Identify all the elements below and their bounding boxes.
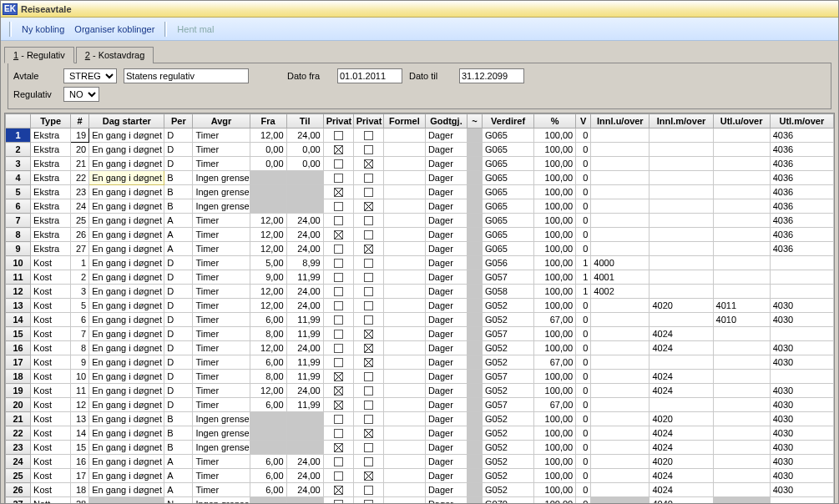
cell-innl-m[interactable] xyxy=(649,242,713,256)
cell-hash[interactable]: 8 xyxy=(71,341,89,355)
cell-fra[interactable]: 6,00 xyxy=(250,469,286,483)
cell-verdiref[interactable]: G065 xyxy=(483,129,534,143)
cell-per[interactable]: B xyxy=(164,199,193,214)
cell-godtgj[interactable]: Dager xyxy=(425,242,467,256)
cell-verdiref[interactable]: G057 xyxy=(483,370,534,384)
cell-v[interactable]: 0 xyxy=(576,171,591,185)
cell-dag-starter[interactable]: En gang i døgnet xyxy=(89,483,164,497)
menu-hent-mal[interactable]: Hent mal xyxy=(174,23,217,36)
cell-hash[interactable]: 3 xyxy=(71,285,89,299)
cell-utl-u[interactable]: 4010 xyxy=(713,313,770,327)
cell-utl-m[interactable]: 4036 xyxy=(770,171,833,185)
cell-hash[interactable]: 23 xyxy=(71,185,89,199)
cell-type[interactable]: Ekstra xyxy=(31,185,71,199)
cell-formel[interactable] xyxy=(383,270,425,285)
cell-utl-m[interactable] xyxy=(770,270,833,285)
col-dag[interactable]: Dag starter xyxy=(89,114,164,129)
cell-til[interactable] xyxy=(286,185,323,199)
cell-til[interactable] xyxy=(286,426,323,441)
select-avtale[interactable]: STREG xyxy=(63,68,117,83)
cell-type[interactable]: Kost xyxy=(31,370,71,384)
cell-fra[interactable]: 6,00 xyxy=(250,455,286,469)
checkbox[interactable] xyxy=(334,486,343,495)
cell-hash[interactable]: 25 xyxy=(71,214,89,228)
cell-utl-u[interactable] xyxy=(713,455,770,469)
cell-utl-m[interactable] xyxy=(770,327,833,341)
cell-til[interactable]: 24,00 xyxy=(286,384,323,398)
row-number[interactable]: 13 xyxy=(6,299,31,313)
cell-innl-m[interactable]: 4024 xyxy=(649,341,713,355)
cell-avgr[interactable]: Timer xyxy=(193,370,250,384)
checkbox[interactable] xyxy=(334,188,343,197)
cell-verdiref[interactable]: G065 xyxy=(483,242,534,256)
row-number[interactable]: 7 xyxy=(6,214,31,228)
cell-til[interactable] xyxy=(286,171,323,185)
cell-tilde[interactable] xyxy=(468,370,483,384)
cell-verdiref[interactable]: G065 xyxy=(483,199,534,214)
cell-til[interactable]: 11,99 xyxy=(286,398,323,412)
cell-formel[interactable] xyxy=(383,384,425,398)
cell-utl-m[interactable]: 4030 xyxy=(770,426,833,441)
cell-pct[interactable]: 67,00 xyxy=(534,313,576,327)
cell-dag-starter[interactable]: En gang i døgnet xyxy=(89,214,164,228)
cell-dag-starter[interactable]: En gang i døgnet xyxy=(89,228,164,242)
row-number[interactable]: 14 xyxy=(6,313,31,327)
cell-pct[interactable]: 100,00 xyxy=(534,327,576,341)
cell-verdiref[interactable]: G065 xyxy=(483,171,534,185)
cell-type[interactable]: Kost xyxy=(31,483,71,497)
cell-utl-u[interactable] xyxy=(713,398,770,412)
cell-innl-u[interactable] xyxy=(591,214,649,228)
cell-v[interactable]: 0 xyxy=(576,355,591,370)
cell-innl-u[interactable] xyxy=(591,327,649,341)
cell-formel[interactable] xyxy=(383,256,425,270)
cell-pct[interactable]: 100,00 xyxy=(534,426,576,441)
cell-tilde[interactable] xyxy=(468,384,483,398)
cell-utl-m[interactable]: 4036 xyxy=(770,157,833,171)
cell-avgr[interactable]: Timer xyxy=(193,129,250,143)
cell-fra[interactable] xyxy=(250,497,286,505)
row-number[interactable]: 6 xyxy=(6,199,31,214)
cell-hash[interactable]: 7 xyxy=(71,327,89,341)
checkbox[interactable] xyxy=(364,159,373,169)
cell-per[interactable]: B xyxy=(164,171,193,185)
cell-avgr[interactable]: Timer xyxy=(193,483,250,497)
cell-per[interactable]: B xyxy=(164,441,193,455)
cell-til[interactable]: 24,00 xyxy=(286,483,323,497)
cell-v[interactable]: 0 xyxy=(576,214,591,228)
cell-tilde[interactable] xyxy=(468,242,483,256)
row-number[interactable]: 2 xyxy=(6,143,31,157)
grid-row[interactable]: 27Natt28NIngen grenseDagerG070100,000404… xyxy=(6,497,834,505)
cell-dag-starter[interactable]: En gang i døgnet xyxy=(89,299,164,313)
cell-verdiref[interactable]: G057 xyxy=(483,398,534,412)
cell-innl-u[interactable] xyxy=(591,242,649,256)
cell-utl-m[interactable]: 4030 xyxy=(770,355,833,370)
cell-per[interactable]: D xyxy=(164,299,193,313)
cell-innl-m[interactable] xyxy=(649,313,713,327)
cell-avgr[interactable]: Timer xyxy=(193,214,250,228)
cell-formel[interactable] xyxy=(383,285,425,299)
cell-formel[interactable] xyxy=(383,441,425,455)
cell-fra[interactable]: 12,00 xyxy=(250,228,286,242)
cell-pct[interactable]: 100,00 xyxy=(534,370,576,384)
cell-utl-m[interactable]: 4036 xyxy=(770,185,833,199)
input-datotil[interactable] xyxy=(459,68,524,83)
cell-innl-u[interactable] xyxy=(591,129,649,143)
row-number[interactable]: 19 xyxy=(6,384,31,398)
cell-til[interactable] xyxy=(286,412,323,426)
cell-per[interactable]: A xyxy=(164,242,193,256)
cell-godtgj[interactable]: Dager xyxy=(425,341,467,355)
cell-utl-m[interactable]: 4030 xyxy=(770,299,833,313)
grid-row[interactable]: 26Kost18En gang i døgnetATimer6,0024,00D… xyxy=(6,483,834,497)
cell-pct[interactable]: 100,00 xyxy=(534,199,576,214)
col-rownum[interactable] xyxy=(6,114,31,129)
cell-v[interactable]: 0 xyxy=(576,497,591,505)
checkbox[interactable] xyxy=(334,145,343,154)
col-innl-m[interactable]: Innl.m/over xyxy=(649,114,713,129)
cell-godtgj[interactable]: Dager xyxy=(425,157,467,171)
cell-hash[interactable]: 14 xyxy=(71,426,89,441)
col-tilde[interactable]: ~ xyxy=(468,114,483,129)
checkbox[interactable] xyxy=(364,244,373,254)
cell-utl-u[interactable] xyxy=(713,199,770,214)
cell-formel[interactable] xyxy=(383,199,425,214)
cell-v[interactable]: 0 xyxy=(576,398,591,412)
